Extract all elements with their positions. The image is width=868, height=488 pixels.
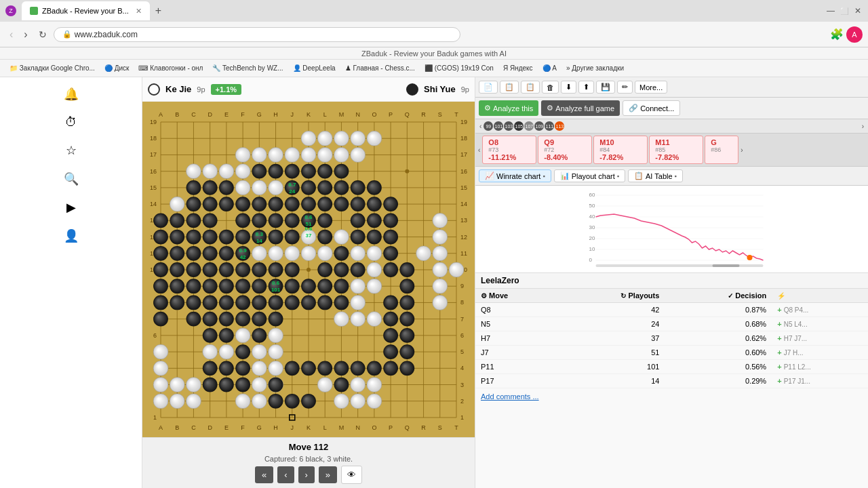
move-history-bar[interactable]: ‹ 99 101 103 105 107 109 111 113 ›: [475, 119, 868, 134]
table-row[interactable]: P17 14 0.29% + P17 J1...: [475, 374, 868, 388]
analysis-card-O8[interactable]: O8 #73 -11.21%: [482, 136, 536, 164]
playout-chart-close[interactable]: ▪: [617, 173, 619, 180]
new-file-button[interactable]: 📄: [479, 81, 498, 94]
save-button[interactable]: 💾: [596, 81, 615, 94]
reload-button[interactable]: ↻: [35, 28, 51, 41]
cell-playouts: 51: [558, 346, 665, 360]
close-button[interactable]: ✕: [853, 6, 863, 16]
cards-scroll-left[interactable]: ‹: [478, 136, 480, 164]
board-wrapper[interactable]: [142, 102, 475, 437]
white-player-rank: 9p: [197, 85, 205, 94]
move-dot-105[interactable]: 105: [514, 121, 524, 131]
bookmark-klavogonki[interactable]: ⌨ Клавогонки - онл: [134, 63, 207, 73]
download-button[interactable]: ⬇: [561, 81, 576, 94]
nav-icon-play[interactable]: ▶: [60, 193, 83, 222]
col-header-move[interactable]: ⚙ Move: [475, 289, 558, 303]
nav-icon-search[interactable]: 🔍: [57, 165, 85, 193]
move-dot-99[interactable]: 99: [484, 121, 493, 131]
address-bar[interactable]: 🔒 www.zbaduk.com: [54, 27, 460, 42]
maximize-button[interactable]: ⬜: [840, 6, 849, 16]
black-player-name: Shi Yue: [424, 84, 456, 94]
table-row[interactable]: Q8 42 0.87% + Q8 P4...: [475, 303, 868, 317]
nav-icon-user[interactable]: 👤: [57, 222, 85, 250]
plus-icon[interactable]: +: [777, 377, 781, 385]
next-move-button[interactable]: ›: [298, 466, 315, 483]
extensions-icon[interactable]: 🧩: [830, 28, 844, 41]
go-board[interactable]: [146, 107, 471, 432]
plus-icon[interactable]: +: [777, 334, 781, 342]
bookmark-techbench[interactable]: 🔧 TechBench by WZ...: [208, 63, 287, 73]
last-move-button[interactable]: »: [319, 466, 337, 483]
svg-text:40: 40: [589, 214, 595, 220]
cell-playouts: 101: [558, 360, 665, 374]
move-dot-107[interactable]: 107: [524, 121, 534, 131]
back-button[interactable]: ‹: [5, 27, 17, 42]
col-header-decision[interactable]: ✓ Decision: [665, 289, 772, 303]
move-dot-103[interactable]: 103: [504, 121, 513, 131]
winrate-chart-tab[interactable]: 📈 Winrate chart ▪: [479, 169, 551, 182]
col-header-info: ⚡: [772, 289, 868, 303]
black-stone-indicator: [406, 83, 418, 96]
tab-close-icon[interactable]: ✕: [136, 7, 142, 16]
move-dot-active[interactable]: 113: [555, 121, 564, 131]
first-move-button[interactable]: «: [255, 466, 273, 483]
history-scroll-right[interactable]: ›: [861, 123, 865, 130]
move-dot-111[interactable]: 111: [545, 121, 554, 131]
paste-button[interactable]: 📋: [521, 81, 540, 94]
edit-button[interactable]: ✏: [617, 81, 633, 94]
analyze-full-button[interactable]: ⚙ Analyze full game: [541, 100, 620, 116]
plus-icon[interactable]: +: [777, 306, 781, 314]
bookmark-cgos[interactable]: ⬛ (CGOS) 19x19 Con: [420, 63, 498, 73]
connect-button[interactable]: 🔗 Connect...: [623, 100, 680, 116]
bookmark-chess[interactable]: ♟ Главная - Chess.c...: [341, 63, 419, 73]
table-row[interactable]: J7 51 0.60% + J7 H...: [475, 346, 868, 360]
delete-button[interactable]: 🗑: [542, 81, 559, 94]
svg-text:30: 30: [589, 224, 595, 230]
address-text: www.zbaduk.com: [75, 30, 138, 39]
table-row[interactable]: N5 24 0.68% + N5 L4...: [475, 317, 868, 331]
table-row[interactable]: P11 101 0.56% + P11 L2...: [475, 360, 868, 374]
bookmark-deepleela[interactable]: 👤 DeepLeela: [289, 63, 340, 73]
analyze-this-button[interactable]: ⚙ Analyze this: [479, 100, 538, 116]
active-tab[interactable]: ZBaduk - Review your B... ✕: [22, 1, 150, 20]
add-comments-link[interactable]: Add comments ...: [475, 388, 868, 405]
analysis-card-G[interactable]: G #86: [705, 136, 738, 164]
plus-icon[interactable]: +: [777, 348, 781, 357]
new-tab-button[interactable]: +: [150, 1, 167, 20]
col-header-playouts[interactable]: ↻ Playouts: [558, 289, 665, 303]
plus-icon[interactable]: +: [777, 320, 781, 328]
analysis-card-M11[interactable]: M11 #85 -7.82%: [649, 136, 703, 164]
ai-table-close[interactable]: ▪: [675, 173, 677, 180]
bookmark-other[interactable]: » Другие закладки: [562, 63, 628, 73]
cards-scroll-right[interactable]: ›: [741, 136, 743, 164]
prev-move-button[interactable]: ‹: [277, 466, 294, 483]
playout-chart-tab[interactable]: 📊 Playout chart ▪: [554, 169, 625, 182]
more-button[interactable]: More...: [635, 81, 667, 94]
ai-table-tab[interactable]: 📋 AI Table ▪: [628, 169, 683, 182]
plus-icon[interactable]: +: [777, 363, 781, 371]
forward-button[interactable]: ›: [20, 27, 31, 42]
eye-button[interactable]: 👁: [341, 466, 362, 484]
nav-icon-notifications[interactable]: 🔔: [57, 80, 85, 108]
bookmark-yandex[interactable]: Я Яндекс: [499, 63, 537, 73]
bookmark-drive[interactable]: 🔵 Диск: [100, 63, 134, 73]
winrate-chart-close[interactable]: ▪: [542, 173, 545, 180]
history-scroll-left[interactable]: ‹: [478, 123, 483, 130]
bookmark-a[interactable]: 🔵 А: [538, 63, 561, 73]
move-dot-109[interactable]: 109: [534, 121, 544, 131]
table-row[interactable]: H7 37 0.62% + H7 J7...: [475, 331, 868, 346]
cell-move: P17: [475, 374, 558, 388]
analysis-card-M10[interactable]: M10 #84 -7.82%: [593, 136, 648, 164]
profile-icon[interactable]: A: [846, 26, 863, 43]
upload-button[interactable]: ⬆: [578, 81, 594, 94]
playout-icon: 📊: [560, 171, 570, 180]
copy-button[interactable]: 📋: [500, 81, 519, 94]
ai-table-section[interactable]: ⚙ Move ↻ Playouts ✓ Decision ⚡: [475, 289, 868, 488]
bookmark-google[interactable]: 📁 Закладки Google Chro...: [5, 63, 99, 73]
move-dot-101[interactable]: 101: [494, 121, 503, 131]
nav-icon-history[interactable]: ⏱: [58, 108, 84, 136]
analysis-card-Q9[interactable]: Q9 #72 -8.40%: [538, 136, 592, 164]
nav-icon-favorites[interactable]: ☆: [59, 136, 83, 165]
minimize-button[interactable]: —: [826, 6, 835, 16]
left-sidebar: 🔔 ⏱ ☆ 🔍 ▶ 👤: [0, 77, 142, 488]
